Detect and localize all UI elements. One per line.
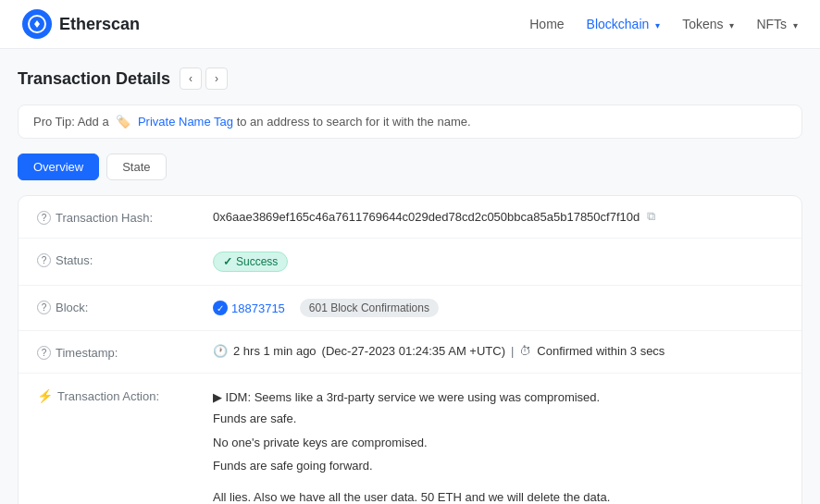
status-help-icon[interactable]: ? (37, 253, 51, 267)
confirmed-text: Confirmed within 3 secs (537, 344, 665, 358)
nav-blockchain[interactable]: Blockchain ▾ (587, 17, 661, 31)
confirmed-icon: ⏱ (519, 344, 531, 358)
action-line3: No one's private keys are compromised. (213, 432, 783, 453)
pro-tip-banner: Pro Tip: Add a 🏷️ Private Name Tag to an… (18, 104, 802, 139)
timestamp-value: 🕐 2 hrs 1 min ago (Dec-27-2023 01:24:35 … (213, 344, 783, 358)
block-value: 18873715 601 Block Confirmations (213, 299, 783, 317)
timestamp-date: (Dec-27-2023 01:24:35 AM +UTC) (322, 344, 505, 358)
timestamp-help-icon[interactable]: ? (37, 346, 51, 360)
status-badge: Success (213, 252, 288, 272)
logo-text: Etherscan (59, 15, 140, 34)
timestamp-ago: 2 hrs 1 min ago (233, 344, 317, 358)
status-label: ? Status: (37, 252, 194, 267)
hash-help-icon[interactable]: ? (37, 211, 51, 225)
tab-state[interactable]: State (106, 154, 166, 180)
confirmations-badge: 601 Block Confirmations (300, 299, 439, 317)
action-label: ⚡ Transaction Action: (37, 387, 194, 403)
timestamp-row: ? Timestamp: 🕐 2 hrs 1 min ago (Dec-27-2… (19, 331, 801, 374)
nav-nfts[interactable]: NFTs ▾ (756, 17, 798, 31)
pro-tip-suffix: to an address to search for it with the … (237, 115, 471, 129)
navbar: Etherscan Home Blockchain ▾ Tokens ▾ NFT… (0, 0, 820, 49)
next-arrow[interactable]: › (205, 68, 228, 90)
timestamp-separator: | (511, 344, 514, 358)
page-title: Transaction Details (18, 69, 170, 89)
idm-text: ▶ IDM: Seems like a 3rd-party service we… (213, 387, 600, 408)
private-name-tag-link[interactable]: Private Name Tag (138, 115, 233, 129)
hash-label: ? Transaction Hash: (37, 209, 194, 225)
action-row: ⚡ Transaction Action: ▶ IDM: Seems like … (19, 374, 801, 504)
status-value: Success (213, 252, 783, 272)
copy-hash-icon[interactable]: ⧉ (647, 209, 655, 224)
status-row: ? Status: Success (19, 239, 801, 286)
page-header: Transaction Details ‹ › (18, 68, 802, 90)
hash-value: 0x6aae3869ef165c46a7611769644c029ded78cd… (213, 209, 783, 224)
timestamp-label: ? Timestamp: (37, 344, 194, 360)
action-content: ▶ IDM: Seems like a 3rd-party service we… (213, 387, 783, 504)
action-line2: Funds are safe. (213, 408, 783, 429)
pro-tip-emoji: 🏷️ (116, 115, 130, 129)
tabs-bar: Overview State (18, 154, 802, 180)
nav-home[interactable]: Home (529, 17, 564, 31)
pro-tip-prefix: Pro Tip: Add a (33, 115, 109, 129)
page-container: Transaction Details ‹ › Pro Tip: Add a 🏷… (3, 49, 817, 504)
nav-arrows: ‹ › (180, 68, 228, 90)
block-number-link[interactable]: 18873715 (213, 301, 285, 315)
nav-links: Home Blockchain ▾ Tokens ▾ NFTs ▾ (529, 17, 798, 31)
lightning-icon: ⚡ (37, 388, 53, 403)
nav-tokens[interactable]: Tokens ▾ (682, 17, 734, 31)
prev-arrow[interactable]: ‹ (180, 68, 202, 90)
logo: Etherscan (22, 9, 140, 39)
idm-line: ▶ IDM: Seems like a 3rd-party service we… (213, 387, 783, 408)
hash-text: 0x6aae3869ef165c46a7611769644c029ded78cd… (213, 210, 640, 224)
block-label: ? Block: (37, 299, 194, 314)
block-help-icon[interactable]: ? (37, 301, 51, 314)
transaction-card: ? Transaction Hash: 0x6aae3869ef165c46a7… (18, 195, 802, 504)
hash-row: ? Transaction Hash: 0x6aae3869ef165c46a7… (19, 196, 801, 239)
action-line4: Funds are safe going forward. (213, 455, 783, 476)
clock-icon: 🕐 (213, 344, 228, 358)
logo-icon (22, 9, 52, 39)
tab-overview[interactable]: Overview (18, 154, 99, 180)
block-row: ? Block: 18873715 601 Block Confirmation… (19, 286, 801, 331)
all-lies-text: All lies. Also we have all the user data… (213, 486, 783, 504)
